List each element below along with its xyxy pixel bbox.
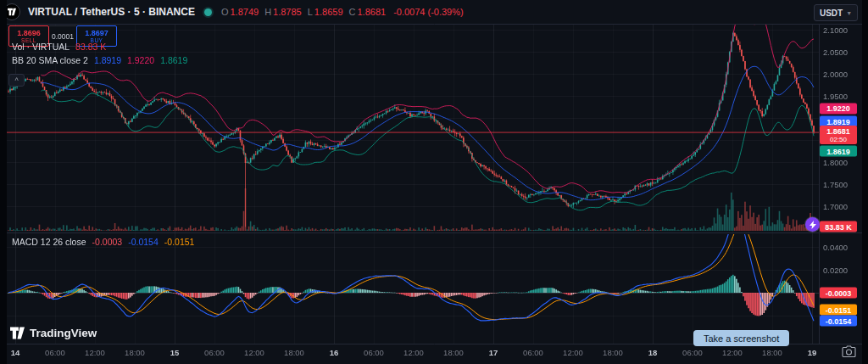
- macd-tick-label: 0.0400: [823, 243, 848, 252]
- chart-header: VIRTUAL / TetherUS · 5 · BINANCE O 1.874…: [7, 0, 862, 24]
- macd-line-value: -0.0154: [128, 237, 159, 247]
- macd-axis-badge: -0.0154: [820, 316, 857, 327]
- time-label: 06:00: [204, 348, 225, 357]
- right-window-strip: [862, 0, 868, 364]
- macd-tick-label: 0.0200: [823, 266, 848, 275]
- macd-axis-badge: -0.0151: [820, 305, 857, 316]
- price-axis-badge: 1.9220: [820, 103, 857, 114]
- lightning-icon[interactable]: [805, 217, 820, 232]
- price-axis[interactable]: 2.10002.05002.00001.95001.80001.75001.70…: [819, 0, 862, 364]
- bb-upper-value: 1.9220: [127, 55, 154, 65]
- macd-hist-value: -0.0003: [92, 237, 123, 247]
- market-status-icon: [204, 8, 212, 16]
- bb-legend-title: BB 20 SMA close 2: [12, 55, 88, 65]
- time-label: 14: [11, 348, 20, 357]
- time-label: 18:00: [284, 348, 304, 357]
- ohlc-close-value: 1.8681: [357, 7, 386, 17]
- time-label: 18:00: [443, 348, 464, 357]
- tradingview-glyph-icon: [8, 8, 16, 16]
- sell-price: 1.8696: [17, 29, 41, 37]
- bollinger-legend[interactable]: BB 20 SMA close 2 1.8919 1.9220 1.8619: [12, 55, 187, 65]
- bb-basis-value: 1.8919: [94, 55, 121, 65]
- price-tick-label: 2.1000: [823, 25, 848, 35]
- time-label: 15: [170, 348, 180, 357]
- macd-axis-badge: -0.0003: [820, 288, 857, 299]
- ohlc-low-label: L: [308, 7, 313, 17]
- time-label: 18:00: [603, 348, 623, 357]
- macd-legend[interactable]: MACD 12 26 close -0.0003 -0.0154 -0.0151: [12, 237, 194, 247]
- ohlc-open-label: O: [221, 7, 229, 17]
- time-label: 17: [489, 348, 498, 357]
- time-label: 06:00: [45, 348, 65, 357]
- ohlc-low-value: 1.8659: [314, 7, 343, 17]
- camera-glyph-icon: [842, 345, 856, 358]
- time-label: 06:00: [682, 348, 703, 357]
- time-label: 12:00: [722, 348, 743, 357]
- volume-legend[interactable]: Vol · VIRTUAL 83.83 K: [12, 42, 106, 52]
- ohlc-values: O 1.8749 H 1.8785 L 1.8659 C 1.8681 -0.0…: [217, 7, 464, 17]
- brand-label: TradingView: [30, 327, 97, 339]
- volume-legend-title: Vol · VIRTUAL: [12, 42, 70, 52]
- macd-signal-value: -0.0151: [164, 237, 195, 247]
- collapse-toolbar-button[interactable]: ^: [8, 74, 25, 87]
- time-axis[interactable]: 1406:0012:0018:001506:0012:0018:001606:0…: [7, 344, 819, 364]
- screenshot-tooltip: Take a screenshot: [693, 330, 789, 346]
- bolt-glyph-icon: [810, 221, 816, 229]
- tradingview-chart-window: VIRTUAL / TetherUS · 5 · BINANCE O 1.874…: [0, 0, 868, 364]
- time-label: 12:00: [85, 348, 105, 357]
- time-label: 18:00: [125, 348, 145, 357]
- change-value: -0.0074 (-0.39%): [393, 7, 464, 17]
- price-tick-label: 1.9500: [823, 92, 848, 101]
- volume-legend-value: 83.83 K: [75, 42, 106, 52]
- chevron-up-icon: ^: [14, 76, 18, 85]
- time-label: 16: [330, 348, 339, 357]
- price-tick-label: 1.7000: [823, 202, 848, 211]
- bb-lower-value: 1.8619: [160, 55, 187, 65]
- price-tick-label: 1.7500: [823, 180, 848, 189]
- ohlc-open-value: 1.8749: [230, 7, 259, 17]
- ohlc-high-label: H: [264, 7, 271, 17]
- time-label: 12:00: [244, 348, 264, 357]
- tradingview-watermark[interactable]: TradingView: [10, 326, 97, 340]
- tradingview-logo-icon: [10, 326, 25, 340]
- currency-label: USDT: [820, 8, 843, 18]
- time-label: 19: [808, 348, 817, 357]
- macd-legend-title: MACD 12 26 close: [12, 237, 86, 247]
- price-axis-badge: 1.8619: [820, 146, 857, 157]
- buy-price: 1.8697: [85, 29, 108, 37]
- price-tick-label: 2.0500: [823, 48, 848, 57]
- time-label: 06:00: [364, 348, 384, 357]
- price-tick-label: 2.0000: [823, 70, 848, 79]
- currency-selector-button[interactable]: USDT ▼: [814, 4, 858, 21]
- ohlc-high-value: 1.8785: [273, 7, 302, 17]
- price-axis-badge: 1.868102:50: [820, 126, 857, 144]
- time-label: 12:00: [563, 348, 583, 357]
- volume-axis-badge: 83.83 K: [820, 221, 857, 232]
- time-label: 18: [648, 348, 658, 357]
- camera-icon[interactable]: [842, 345, 856, 361]
- chevron-down-icon: ▼: [846, 10, 852, 16]
- time-label: 12:00: [403, 348, 424, 357]
- time-label: 06:00: [523, 348, 543, 357]
- time-label: 18:00: [762, 348, 782, 357]
- symbol-title[interactable]: VIRTUAL / TetherUS · 5 · BINANCE: [28, 6, 195, 18]
- left-window-strip: [0, 0, 7, 364]
- ohlc-close-label: C: [349, 7, 356, 17]
- price-tick-label: 1.8000: [823, 158, 848, 167]
